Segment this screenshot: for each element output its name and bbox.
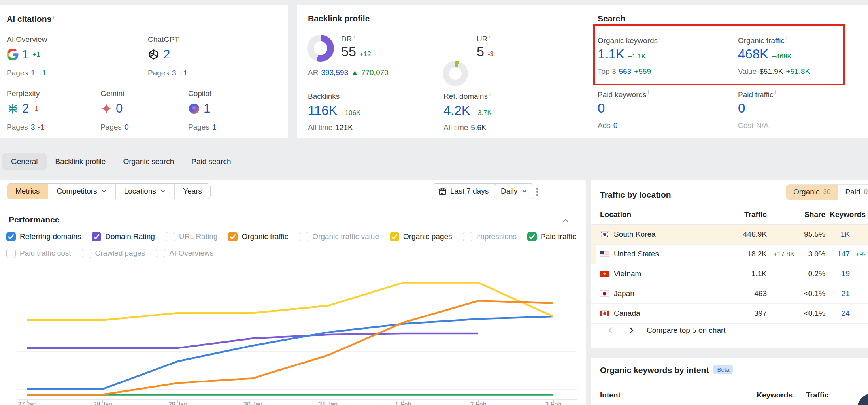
ur-value: 5-3 — [477, 45, 494, 58]
ur-donut-chart — [443, 61, 468, 86]
metric-value: 468K+468K — [738, 47, 792, 60]
toggle-paid[interactable]: Paid0 — [838, 185, 868, 200]
series-referring-domains — [27, 316, 553, 389]
calendar-icon — [438, 187, 447, 196]
unchecked-checkbox-icon — [6, 249, 16, 258]
toggle-organic[interactable]: Organic30 — [786, 185, 838, 200]
search-title: Search — [598, 14, 625, 23]
keywords-delta: +92 — [855, 251, 867, 258]
info-icon[interactable]: i — [648, 89, 649, 95]
chevron-up-icon[interactable] — [562, 217, 570, 224]
location-row-vietnam[interactable]: Vietnam1.1K0.2%19 — [591, 264, 868, 284]
location-row-united-states[interactable]: United States18.2K+17.8K3.9%147+92 — [591, 245, 868, 264]
keywords-link[interactable]: 21 — [842, 289, 850, 298]
column-header-keywords[interactable]: Keywords — [830, 210, 866, 219]
ai-source-label: Perplexity — [7, 89, 40, 98]
locations-filter-button[interactable]: Locations — [116, 184, 175, 199]
info-icon[interactable]: i — [775, 89, 776, 95]
ai-source-label: ChatGPT — [148, 35, 179, 44]
ai-citations-title: AI citationsi — [7, 14, 54, 24]
backlink-profile-card: Backlink profile DRi 55+12 AR393,593▲770… — [297, 5, 589, 138]
ur-label: URi — [477, 34, 490, 43]
info-icon[interactable]: i — [489, 91, 491, 97]
backlinks-label: Backlinksi — [308, 91, 342, 101]
info-icon[interactable]: i — [353, 34, 355, 40]
prev-page-icon[interactable] — [606, 326, 615, 335]
checked-checkbox-icon — [6, 232, 16, 241]
metric-checkbox-impressions[interactable]: Impressions — [463, 232, 517, 241]
column-header-intent-keywords[interactable]: Keywords — [757, 391, 793, 399]
share-value: 3.9% — [808, 250, 825, 258]
location-row-japan[interactable]: Japan463<0.1%21 — [591, 284, 868, 304]
ai-source-label: Gemini — [100, 89, 124, 98]
traffic-by-location-title: Traffic by location — [600, 190, 671, 200]
metric-checkbox-domain-rating[interactable]: Domain Rating — [92, 232, 155, 241]
next-page-icon[interactable] — [627, 326, 636, 335]
metric-checkbox-referring-domains[interactable]: Referring domains — [6, 232, 81, 241]
intent-title: Organic keywords by intentBeta — [600, 365, 733, 375]
metric-checkbox-ai-overviews[interactable]: AI Overviews — [156, 249, 213, 258]
metric-checkbox-paid-traffic-cost[interactable]: Paid traffic cost — [6, 249, 71, 258]
gemini-icon — [100, 103, 112, 115]
ref-domains-alltime: All time5.6K — [443, 123, 489, 132]
metric-checkbox-crawled-pages[interactable]: Crawled pages — [82, 249, 145, 258]
traffic-value: 1.1K — [751, 269, 767, 278]
tab-organic-search[interactable]: Organic search — [114, 153, 183, 170]
search-card: Search Organic keywordsi1.1K+1.1KTop 356… — [589, 5, 868, 138]
share-value: 0.2% — [808, 269, 825, 278]
tab-paid-search[interactable]: Paid search — [183, 153, 240, 170]
traffic-value: 18.2K — [747, 250, 767, 258]
location-table: South Korea446.9K95.5%1KUnited States18.… — [591, 225, 868, 324]
column-header-intent[interactable]: Intent — [600, 391, 621, 399]
unchecked-checkbox-icon — [299, 232, 308, 241]
compare-top5-link[interactable]: Compare top 5 on chart — [647, 326, 726, 335]
unchecked-checkbox-icon — [156, 249, 165, 258]
keywords-link[interactable]: 24 — [842, 309, 850, 318]
keywords-link[interactable]: 147 — [837, 250, 850, 258]
column-header-traffic[interactable]: Traffic — [744, 210, 767, 219]
ai-citation-pages: Pages3+1 — [148, 69, 190, 77]
checked-checkbox-icon — [228, 232, 238, 241]
location-row-south-korea[interactable]: South Korea446.9K95.5%1K — [591, 225, 868, 245]
metric-checkbox-paid-traffic[interactable]: Paid traffic — [527, 232, 576, 241]
info-icon[interactable]: i — [786, 35, 787, 41]
competitors-filter-button[interactable]: Competitors — [48, 184, 115, 199]
ai-citations-card: AI citationsi AI Overview1+1Pages1+1Chat… — [0, 5, 288, 138]
backlink-profile-title: Backlink profile — [308, 14, 370, 23]
info-icon[interactable]: i — [341, 91, 342, 97]
column-header-share[interactable]: Share — [804, 210, 825, 219]
united-states-flag — [600, 251, 609, 257]
granularity-button[interactable]: Daily — [494, 183, 534, 199]
metric-subrow: Top 3563+559 — [598, 67, 654, 76]
checked-checkbox-icon — [92, 232, 101, 241]
chevron-down-icon — [101, 188, 107, 194]
metric-checkbox-organic-pages[interactable]: Organic pages — [390, 232, 452, 241]
traffic-value: 446.9K — [743, 230, 767, 239]
checked-checkbox-icon — [527, 232, 537, 241]
metric-checkbox-organic-traffic-value[interactable]: Organic traffic value — [299, 232, 379, 241]
location-row-canada[interactable]: Canada397<0.1%24 — [591, 304, 868, 324]
info-icon[interactable]: i — [53, 14, 54, 20]
metrics-filter-button[interactable]: Metrics — [7, 184, 48, 199]
ai-source-label: AI Overview — [7, 35, 47, 44]
tab-backlink-profile[interactable]: Backlink profile — [47, 153, 115, 170]
kebab-menu-icon[interactable] — [532, 186, 542, 197]
keywords-link[interactable]: 1K — [841, 230, 850, 239]
metric-value: 0 — [598, 102, 605, 115]
info-icon[interactable]: i — [659, 35, 660, 41]
share-value: <0.1% — [804, 309, 825, 318]
metric-subrow: Ads0 — [598, 121, 620, 130]
info-icon[interactable]: i — [489, 34, 490, 40]
metric-checkbox-url-rating[interactable]: URL Rating — [166, 232, 218, 241]
x-axis-label: 28 Jan — [93, 401, 112, 405]
column-header-location[interactable]: Location — [600, 210, 631, 219]
keywords-link[interactable]: 19 — [842, 269, 850, 278]
years-filter-button[interactable]: Years — [175, 184, 210, 199]
metric-checkbox-organic-traffic[interactable]: Organic traffic — [228, 232, 288, 241]
perplexity-icon — [7, 103, 19, 115]
tab-general[interactable]: General — [2, 153, 47, 170]
filter-segmented-control: Metrics Competitors Locations Years — [7, 183, 211, 199]
column-header-intent-traffic[interactable]: Traffic — [806, 391, 828, 399]
traffic-by-location-card: Traffic by location Organic30 Paid0 Loca… — [591, 180, 868, 348]
x-axis-label: 31 Jan — [319, 401, 338, 405]
